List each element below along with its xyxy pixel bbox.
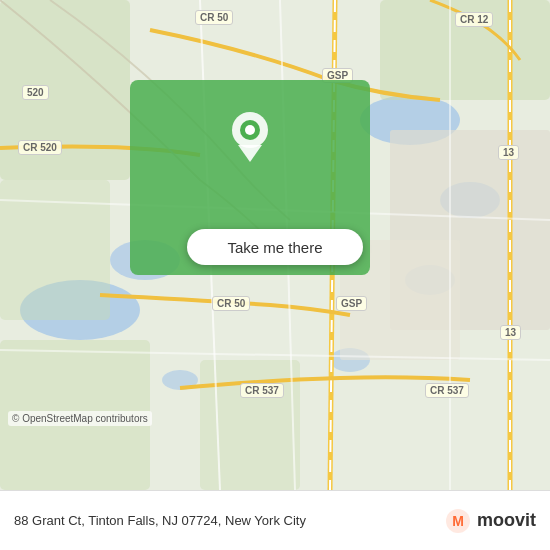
svg-marker-27 xyxy=(238,145,262,162)
copyright-text: © OpenStreetMap contributors xyxy=(8,411,152,426)
svg-point-26 xyxy=(245,125,255,135)
road-label-13-bot: 13 xyxy=(500,325,521,340)
road-label-cr12: CR 12 xyxy=(455,12,493,27)
moovit-brand-name: moovit xyxy=(477,510,536,531)
road-label-gsp-bot: GSP xyxy=(336,296,367,311)
bottom-bar: 88 Grant Ct, Tinton Falls, NJ 07724, New… xyxy=(0,490,550,550)
take-me-there-button[interactable]: Take me there xyxy=(187,229,363,265)
location-pin-icon xyxy=(228,110,272,164)
road-label-520: 520 xyxy=(22,85,49,100)
road-label-cr537-right: CR 537 xyxy=(425,383,469,398)
road-label-cr520: CR 520 xyxy=(18,140,62,155)
moovit-logo: M moovit xyxy=(444,507,536,535)
cta-label: Take me there xyxy=(227,239,322,256)
address-text: 88 Grant Ct, Tinton Falls, NJ 07724, New… xyxy=(14,513,444,528)
road-label-cr537-left: CR 537 xyxy=(240,383,284,398)
moovit-logo-icon: M xyxy=(444,507,472,535)
road-label-cr50-bot: CR 50 xyxy=(212,296,250,311)
map-container: CR 50 CR 12 CR 520 GSP 13 CR 50 GSP CR 5… xyxy=(0,0,550,490)
svg-text:M: M xyxy=(452,513,464,529)
road-label-13-top: 13 xyxy=(498,145,519,160)
road-label-cr50-top: CR 50 xyxy=(195,10,233,25)
